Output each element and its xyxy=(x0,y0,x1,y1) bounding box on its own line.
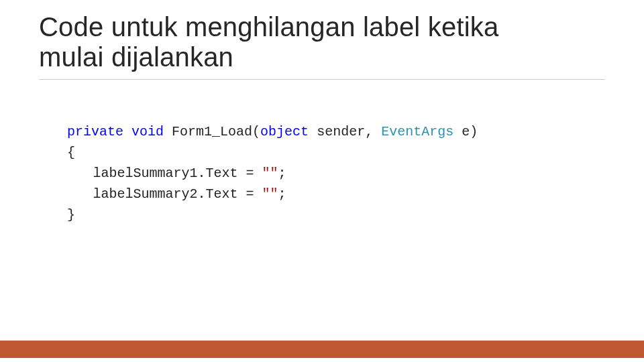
stmt2-semi: ; xyxy=(278,186,286,202)
keyword-private: private xyxy=(67,124,123,139)
keyword-object: object xyxy=(260,124,309,139)
title-line-2: mulai dijalankan xyxy=(39,42,233,72)
brace-open: { xyxy=(67,145,75,160)
slide-title: Code untuk menghilangan label ketika mul… xyxy=(39,12,602,72)
brace-close: } xyxy=(67,207,75,223)
slide: Code untuk menghilangan label ketika mul… xyxy=(0,0,644,362)
stmt1-op: = xyxy=(237,166,262,181)
paren-open: ( xyxy=(252,124,260,139)
param-sender: sender xyxy=(317,124,365,139)
stmt2-op: = xyxy=(237,186,262,202)
title-line-1: Code untuk menghilangan label ketika xyxy=(39,12,498,42)
stmt1-semi: ; xyxy=(278,166,286,181)
title-underline xyxy=(39,79,605,80)
param-e: e xyxy=(462,124,470,139)
comma: , xyxy=(365,124,373,139)
code-block: private void Form1_Load(object sender, E… xyxy=(67,101,478,246)
keyword-void: void xyxy=(131,124,164,139)
stmt1-str: "" xyxy=(262,166,278,181)
paren-close: ) xyxy=(470,124,478,139)
method-name: Form1_Load xyxy=(172,124,252,139)
type-eventargs: EventArgs xyxy=(381,124,453,139)
footer-bar xyxy=(0,341,644,358)
stmt2-lhs: labelSummary2.Text xyxy=(93,186,237,202)
stmt2-str: "" xyxy=(262,186,278,202)
stmt1-lhs: labelSummary1.Text xyxy=(93,166,237,181)
